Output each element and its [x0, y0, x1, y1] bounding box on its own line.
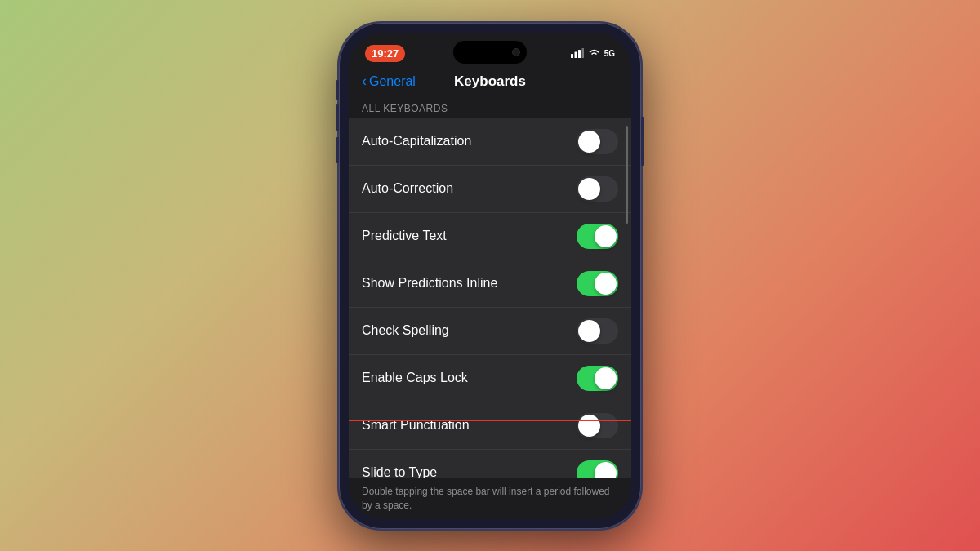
settings-content: Auto-Capitalization Auto-Correction Pred… — [349, 118, 631, 478]
setting-label: Predictive Text — [362, 229, 447, 243]
silent-switch[interactable] — [336, 80, 339, 100]
footer-text-content: Double tapping the space bar will insert… — [362, 486, 610, 511]
toggle-knob — [595, 462, 617, 478]
power-button[interactable] — [641, 117, 644, 166]
phone-screen: 19:27 — [349, 33, 631, 519]
setting-label: Auto-Correction — [362, 181, 453, 196]
show-predictions-inline-toggle[interactable] — [577, 271, 618, 296]
svg-rect-3 — [581, 48, 584, 58]
red-indicator-line — [349, 420, 631, 421]
dynamic-island — [453, 41, 527, 64]
toggle-knob — [595, 273, 617, 295]
volume-up-button[interactable] — [336, 104, 339, 131]
status-icons: 5G — [571, 48, 615, 60]
svg-rect-0 — [571, 54, 573, 58]
list-item[interactable]: Auto-Correction — [349, 166, 631, 213]
back-label[interactable]: General — [369, 74, 416, 89]
scrollbar[interactable] — [626, 126, 628, 224]
page-title: Keyboards — [454, 73, 526, 90]
predictive-text-toggle[interactable] — [577, 224, 618, 249]
settings-list: Auto-Capitalization Auto-Correction Pred… — [349, 118, 631, 478]
status-bar: 19:27 — [349, 33, 631, 69]
svg-rect-1 — [574, 51, 577, 58]
list-item[interactable]: Predictive Text — [349, 213, 631, 260]
back-button[interactable]: ‹ General — [362, 73, 416, 90]
nav-bar: ‹ General Keyboards — [349, 69, 631, 96]
auto-capitalization-toggle[interactable] — [577, 129, 618, 154]
footer-description: Double tapping the space bar will insert… — [349, 478, 631, 519]
svg-rect-2 — [578, 50, 581, 58]
list-item[interactable]: Check Spelling — [349, 308, 631, 355]
slide-to-type-toggle[interactable] — [577, 460, 618, 478]
enable-caps-lock-toggle[interactable] — [577, 366, 618, 391]
list-item[interactable]: Auto-Capitalization — [349, 118, 631, 166]
list-item[interactable]: Smart Punctuation — [349, 402, 631, 450]
phone-frame: 19:27 — [339, 23, 641, 529]
list-item[interactable]: Show Predictions Inline — [349, 260, 631, 308]
toggle-knob — [595, 225, 617, 247]
list-item[interactable]: Slide to Type — [349, 450, 631, 478]
toggle-knob — [578, 178, 600, 200]
list-item[interactable]: Enable Caps Lock — [349, 355, 631, 402]
setting-label: Enable Caps Lock — [362, 371, 468, 385]
toggle-knob — [578, 320, 600, 342]
auto-correction-toggle[interactable] — [577, 176, 618, 202]
camera-dot — [512, 48, 520, 56]
signal-icon — [571, 48, 584, 60]
setting-label: Show Predictions Inline — [362, 276, 497, 291]
toggle-knob — [578, 131, 600, 153]
setting-label: Auto-Capitalization — [362, 134, 471, 149]
volume-down-button[interactable] — [336, 137, 339, 163]
status-time: 19:27 — [365, 45, 405, 62]
battery-icon: 5G — [604, 49, 615, 58]
check-spelling-toggle[interactable] — [577, 318, 618, 344]
wifi-icon — [588, 48, 600, 59]
setting-label: Check Spelling — [362, 323, 449, 338]
toggle-knob — [595, 367, 617, 389]
section-header: ALL KEYBOARDS — [349, 96, 631, 118]
chevron-left-icon: ‹ — [362, 73, 367, 90]
smart-punctuation-toggle[interactable] — [577, 413, 618, 438]
toggle-knob — [578, 415, 600, 437]
setting-label: Slide to Type — [362, 465, 437, 478]
